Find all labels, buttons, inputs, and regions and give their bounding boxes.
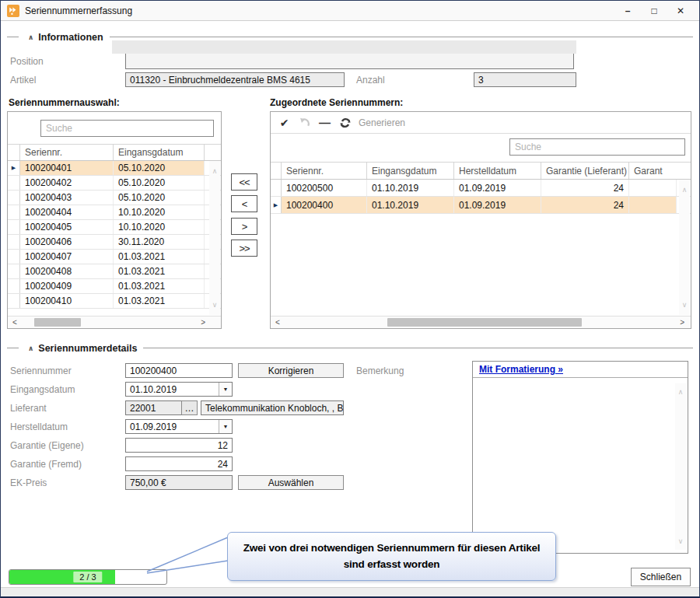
divider — [110, 37, 693, 37]
scrollbar-thumb[interactable] — [34, 318, 81, 327]
row-indicator — [8, 279, 20, 293]
undo-icon[interactable] — [298, 116, 311, 129]
move-all-left-button[interactable]: << — [231, 173, 257, 191]
collapse-caret-icon[interactable]: ∧ — [28, 33, 33, 41]
move-right-button[interactable]: > — [231, 218, 257, 235]
table-cell: 100200401 — [20, 161, 114, 175]
title-bar: Seriennummernerfassung – □ ✕ — [1, 1, 699, 21]
table-cell: 01.09.2019 — [454, 197, 541, 213]
garantie-fremd-input[interactable]: 24 — [125, 456, 233, 471]
auswaehlen-button[interactable]: Auswählen — [238, 475, 344, 490]
table-row[interactable]: ▶10020040105.10.2020 — [8, 161, 221, 176]
vertical-scrollbar[interactable]: ∧ ∨ — [675, 383, 686, 550]
column-header-garantie-truncated[interactable]: Garant — [629, 163, 677, 179]
lieferant-code-field[interactable]: 22001 — [125, 400, 182, 415]
herstelldatum-combobox[interactable]: 01.09.2019 ▼ — [125, 419, 233, 434]
table-cell: 05.10.2020 — [114, 176, 205, 190]
column-header-eingansgdatum[interactable]: Eingansgdatum — [114, 145, 205, 160]
remove-icon[interactable]: — — [318, 116, 331, 129]
table-row[interactable]: 10020040205.10.2020 — [8, 176, 221, 191]
garantie-fremd-label: Garantie (Fremd) — [10, 459, 82, 470]
scroll-up-icon[interactable]: ∧ — [675, 388, 686, 396]
ek-preis-field: 750,00 € — [125, 475, 233, 490]
table-cell: 100200407 — [20, 250, 114, 264]
right-table-rows: 10020050001.10.201901.09.201924▶10020040… — [271, 180, 691, 214]
table-row[interactable]: 10020040510.10.2020 — [8, 220, 221, 235]
search-input[interactable] — [40, 120, 214, 137]
scroll-up-icon[interactable]: ∧ — [209, 167, 220, 175]
table-row[interactable]: 10020040305.10.2020 — [8, 191, 221, 205]
table-row[interactable]: 10020040701.03.2021 — [8, 250, 221, 264]
table-cell: 01.03.2021 — [114, 250, 205, 264]
chevron-down-icon[interactable]: ▼ — [219, 420, 232, 433]
schliessen-button[interactable]: Schließen — [631, 568, 691, 586]
move-left-button[interactable]: < — [231, 195, 257, 212]
vertical-scrollbar[interactable]: ∧ ∨ — [679, 180, 690, 315]
table-cell: 100200408 — [20, 264, 114, 278]
column-header-seriennr[interactable]: Seriennr. — [20, 145, 114, 160]
mit-formatierung-link[interactable]: Mit Formatierung » — [479, 364, 563, 375]
scroll-right-icon[interactable]: > — [201, 317, 205, 328]
table-row[interactable]: 10020040410.10.2020 — [8, 205, 221, 220]
scrollbar-thumb[interactable] — [387, 318, 582, 327]
scroll-down-icon[interactable]: ∨ — [679, 301, 690, 309]
table-cell: 01.10.2019 — [367, 197, 454, 213]
eingangsdatum-value: 01.10.2019 — [130, 384, 177, 395]
divider — [7, 37, 19, 37]
divider — [7, 348, 19, 348]
serial-progress-bar: 2 / 3 — [9, 569, 167, 585]
collapse-caret-icon[interactable]: ∧ — [28, 344, 33, 352]
table-row[interactable]: 10020041001.03.2021 — [8, 294, 221, 309]
row-indicator — [8, 191, 20, 205]
table-cell — [629, 197, 677, 213]
move-all-right-button[interactable]: >> — [231, 240, 257, 257]
horizontal-scrollbar[interactable]: < > — [271, 316, 691, 328]
seriennummer-label: Seriennummer — [10, 365, 72, 376]
lieferant-lookup-button[interactable]: … — [181, 400, 198, 415]
table-cell: 01.03.2021 — [114, 264, 205, 278]
scroll-left-icon[interactable]: < — [12, 317, 17, 328]
lieferant-label: Lieferant — [10, 403, 47, 414]
indicator-column-header — [8, 145, 20, 160]
column-header-eingansgdatum[interactable]: Eingansgdatum — [367, 163, 454, 179]
vertical-scrollbar[interactable]: ∧ ∨ — [209, 161, 220, 315]
generate-button-label[interactable]: Generieren — [359, 117, 405, 128]
scroll-up-icon[interactable]: ∧ — [679, 186, 690, 194]
table-cell: 100200404 — [20, 205, 114, 219]
table-cell: 30.11.2020 — [114, 235, 205, 249]
column-header-garantie-lieferant[interactable]: Garantie (Lieferant) — [541, 163, 629, 179]
chevron-down-icon[interactable]: ▼ — [219, 383, 232, 396]
close-button[interactable]: ✕ — [671, 3, 690, 19]
garantie-eigene-input[interactable]: 12 — [125, 438, 233, 453]
toolbar-divider — [271, 133, 691, 134]
table-row[interactable]: ▶10020040001.10.201901.09.201924 — [271, 197, 691, 214]
table-cell: 05.10.2020 — [114, 161, 205, 175]
table-row[interactable]: 10020040801.03.2021 — [8, 264, 221, 279]
eingangsdatum-combobox[interactable]: 01.10.2019 ▼ — [125, 382, 233, 397]
column-header-seriennr[interactable]: Seriennr. — [282, 163, 367, 179]
table-cell: 24 — [541, 197, 629, 213]
table-cell: 10.10.2020 — [114, 220, 205, 234]
bemerkung-editor[interactable]: Mit Formatierung » ∧ ∨ — [472, 361, 688, 554]
scroll-left-icon[interactable]: < — [275, 317, 280, 328]
confirm-icon[interactable]: ✔ — [278, 116, 291, 129]
table-cell — [629, 180, 677, 196]
row-indicator — [271, 180, 282, 196]
table-row[interactable]: 10020040630.11.2020 — [8, 235, 221, 250]
scroll-right-icon[interactable]: > — [680, 317, 684, 328]
herstelldatum-value: 01.09.2019 — [130, 421, 177, 432]
scroll-down-icon[interactable]: ∨ — [209, 301, 220, 309]
horizontal-scrollbar[interactable]: < > — [8, 316, 221, 328]
scroll-down-icon[interactable]: ∨ — [675, 537, 686, 545]
table-row[interactable]: 10020040901.03.2021 — [8, 279, 221, 294]
generate-icon[interactable] — [338, 116, 352, 129]
minimize-button[interactable]: – — [618, 3, 637, 19]
callout-text: Zwei von drei notwendigen Seriennummern … — [237, 540, 546, 573]
column-header-herstelldatum[interactable]: Herstelldatum — [454, 163, 541, 179]
table-row[interactable]: 10020050001.10.201901.09.201924 — [271, 180, 691, 197]
search-input[interactable] — [509, 138, 685, 156]
garantie-eigene-label: Garantie (Eigene) — [10, 440, 84, 451]
korrigieren-button[interactable]: Korrigieren — [238, 363, 344, 378]
maximize-button[interactable]: □ — [645, 3, 663, 19]
seriennummer-input[interactable]: 100200400 — [125, 363, 233, 378]
